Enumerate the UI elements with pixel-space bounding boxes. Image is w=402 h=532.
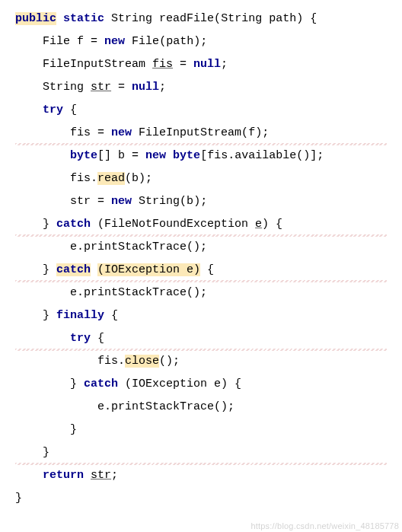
catch-args: (IOException e) — [97, 263, 200, 276]
keyword-catch: catch — [84, 377, 118, 390]
var: e — [214, 377, 221, 390]
keyword-new: new — [111, 195, 132, 208]
code-line: fis = new FileInputStream(f); — [15, 122, 387, 145]
code-line: } finally { — [15, 304, 387, 327]
code-line: byte[] b = new byte[fis.available()]; — [15, 145, 387, 167]
method-name: readFile — [159, 12, 214, 25]
var: str — [91, 81, 111, 94]
var: f — [77, 35, 84, 48]
keyword-new: new — [145, 149, 166, 162]
arg: b — [187, 195, 193, 208]
code-line: } catch (IOException e) { — [15, 373, 387, 396]
ctor: FileInputStream — [139, 126, 241, 139]
code-line: e.printStackTrace(); — [15, 282, 387, 304]
return-type: String — [111, 12, 152, 25]
keyword-return: return — [43, 469, 84, 482]
var: str — [91, 469, 111, 482]
call: e.printStackTrace(); — [97, 400, 234, 413]
keyword-static: static — [63, 12, 104, 25]
expr: fis.available() — [207, 149, 310, 162]
keyword-new: new — [104, 35, 125, 48]
ctor: File — [132, 35, 159, 48]
method-close: close — [125, 355, 159, 368]
code-line: str = new String(b); — [15, 190, 387, 213]
var: fis — [152, 58, 173, 71]
type: File — [43, 35, 70, 48]
keyword-new: new — [111, 126, 132, 139]
ctor: String — [139, 195, 180, 208]
arg: String path — [221, 12, 296, 25]
brace: } — [15, 492, 22, 505]
brace: } — [70, 423, 77, 436]
code-line: fis.read(b); — [15, 167, 387, 190]
keyword-byte: byte — [173, 149, 200, 162]
keyword-public: public — [15, 12, 56, 25]
code-line: } catch (FileNotFoundException e) { — [15, 213, 387, 236]
call: e.printStackTrace(); — [70, 286, 207, 299]
arg: f — [248, 126, 255, 139]
keyword-catch: catch — [56, 263, 91, 276]
code-line: try { — [15, 327, 387, 350]
var: b — [118, 149, 125, 162]
code-line: try { — [15, 99, 387, 122]
arg: path — [166, 35, 193, 48]
code-line: File f = new File(path); — [15, 30, 387, 53]
code-line: e.printStackTrace(); — [15, 396, 387, 419]
var: e — [255, 218, 262, 231]
call: e.printStackTrace(); — [70, 241, 207, 253]
code-line: fis.close(); — [15, 350, 387, 373]
var: fis — [70, 126, 91, 139]
code-line: e.printStackTrace(); — [15, 236, 387, 259]
type: String — [43, 81, 84, 94]
var: str — [70, 195, 91, 208]
keyword-catch: catch — [56, 218, 91, 231]
arg: b — [132, 172, 139, 185]
keyword-try: try — [70, 332, 91, 345]
rest: (); — [159, 355, 180, 368]
brace: } — [43, 446, 49, 459]
code-line: String str = null; — [15, 76, 387, 99]
type: IOException — [132, 377, 207, 390]
type: FileNotFoundException — [104, 218, 248, 231]
code-line: } — [15, 487, 387, 510]
keyword-finally: finally — [56, 309, 104, 322]
keyword-null: null — [132, 81, 159, 94]
code-line: } — [15, 441, 387, 464]
code-line: return str; — [15, 464, 387, 487]
code-line: } catch (IOException e) { — [15, 259, 387, 282]
code-line: } — [15, 419, 387, 441]
type: FileInputStream — [43, 58, 145, 71]
method-read: read — [97, 172, 125, 185]
obj: fis. — [70, 172, 97, 185]
code-line: public static String readFile(String pat… — [15, 8, 387, 30]
keyword-try: try — [43, 104, 63, 116]
keyword-null: null — [193, 58, 221, 71]
obj: fis. — [97, 355, 125, 368]
code-line: FileInputStream fis = null; — [15, 53, 387, 76]
keyword-byte: byte — [70, 149, 97, 162]
